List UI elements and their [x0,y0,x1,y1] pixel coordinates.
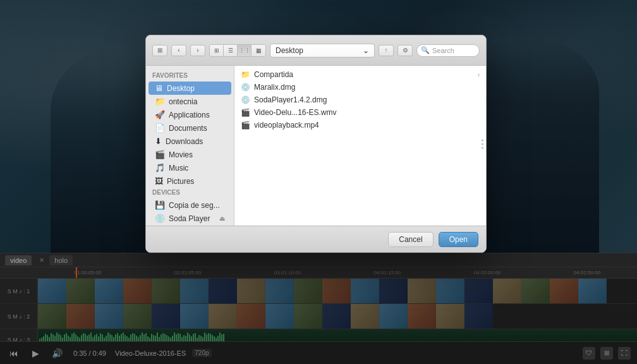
sidebar-item-label: Copia de seg... [169,201,220,210]
sidebar-item-downloads[interactable]: ⬇ Downloads [149,135,231,148]
cancel-button[interactable]: Cancel [388,232,433,247]
file-item-sodaplayer[interactable]: 💿 SodaPlayer1.4.2.dmg [234,94,486,106]
drive-icon: 💾 [155,200,165,210]
devices-label: Devices [146,188,234,198]
sidebar-item-sodaplayer[interactable]: 💿 Soda Player ⏏ [149,212,231,225]
dialog-toolbar: ⊞ ‹ › ⊞ ☰ ⋮⋮ ▦ Desktop ⌄ ↑ ⚙ 🔍 Search [146,35,486,66]
file-item-compartida[interactable]: 📁 Compartida › [234,68,486,81]
sidebar-item-label: Movies [169,150,193,159]
location-text: Desktop [276,46,303,55]
view-list-button[interactable]: ☰ [224,45,238,56]
file-name: SodaPlayer1.4.2.dmg [254,95,327,104]
dmg-icon: 💿 [241,95,250,104]
forward-button[interactable]: › [190,45,205,56]
sidebar-item-pictures[interactable]: 🖼 Pictures [149,174,231,188]
pictures-icon: 🖼 [155,176,163,186]
sidebar-item-ontecnia[interactable]: 📁 ontecnia [149,95,231,108]
favorites-label: Favorites [146,71,234,82]
video-icon: 🎬 [241,108,250,117]
dialog-sidebar: Favorites 🖥 Desktop 📁 ontecnia 🚀 Applica… [146,66,234,226]
dialog-main-panel: 📁 Compartida › 💿 Maralix.dmg 💿 SodaPlaye… [234,66,486,226]
sidebar-item-label: Applications [169,111,210,119]
desktop-icon: 🖥 [155,83,163,93]
open-button[interactable]: Open [439,232,478,247]
applications-icon: 🚀 [155,110,165,119]
file-item-videoplayback[interactable]: 🎬 videoplayback.mp4 [234,119,486,131]
open-file-dialog: ⊞ ‹ › ⊞ ☰ ⋮⋮ ▦ Desktop ⌄ ↑ ⚙ 🔍 Search [145,35,487,253]
action-button[interactable]: ⚙ [397,45,413,56]
back-button[interactable]: ‹ [171,45,186,56]
sidebar-item-documents[interactable]: 📄 Documents [149,121,231,135]
folder-icon: 📁 [155,97,165,106]
view-mode-buttons: ⊞ ☰ ⋮⋮ ▦ [209,44,266,57]
sidebar-item-label: Pictures [167,177,194,186]
video-icon: 🎬 [241,121,250,130]
documents-icon: 📄 [155,123,165,133]
dialog-footer: Cancel Open [146,226,486,252]
search-icon: 🔍 [421,46,430,54]
sidebar-item-label: Desktop [167,84,195,93]
location-arrow: ⌄ [363,46,369,55]
view-icon-button[interactable]: ⊞ [210,45,224,56]
sidebar-item-desktop[interactable]: 🖥 Desktop [149,82,231,95]
downloads-icon: ⬇ [155,136,162,146]
search-placeholder: Search [432,47,454,54]
file-name: Video-Delu...16-ES.wmv [254,108,337,117]
dmg-icon: 💿 [241,83,250,92]
dialog-overlay: ⊞ ‹ › ⊞ ☰ ⋮⋮ ▦ Desktop ⌄ ↑ ⚙ 🔍 Search [0,0,637,364]
view-column-button[interactable]: ⋮⋮ [238,45,252,56]
sidebar-item-label: Music [169,164,188,173]
view-cover-button[interactable]: ▦ [252,45,265,56]
sidebar-item-label: Documents [169,124,207,133]
sidebar-item-copia[interactable]: 💾 Copia de seg... [149,198,231,212]
sidebar-item-label: Soda Player [169,214,210,223]
location-bar[interactable]: Desktop ⌄ [270,44,375,58]
sidebar-item-label: Downloads [166,137,203,146]
search-box[interactable]: 🔍 Search [416,44,480,57]
sidebar-toggle-button[interactable]: ⊞ [152,45,167,56]
file-name: videoplayback.mp4 [254,121,319,130]
file-item-maralix[interactable]: 💿 Maralix.dmg [234,81,486,94]
eject-icon[interactable]: ⏏ [219,215,225,222]
file-name: Compartida [254,70,293,79]
folder-icon: 📁 [241,70,250,79]
disc-icon: 💿 [155,214,165,223]
sidebar-item-applications[interactable]: 🚀 Applications [149,108,231,121]
dialog-body: Favorites 🖥 Desktop 📁 ontecnia 🚀 Applica… [146,66,486,226]
file-name: Maralix.dmg [254,83,295,92]
sidebar-item-music[interactable]: 🎵 Music [149,161,231,174]
file-item-videodeluxe[interactable]: 🎬 Video-Delu...16-ES.wmv [234,106,486,119]
share-button[interactable]: ↑ [379,45,394,56]
arrow-icon: › [478,71,480,78]
sidebar-item-label: ontecnia [169,97,197,106]
sidebar-item-movies[interactable]: 🎬 Movies [149,148,231,161]
movies-icon: 🎬 [155,150,165,159]
music-icon: 🎵 [155,163,165,173]
